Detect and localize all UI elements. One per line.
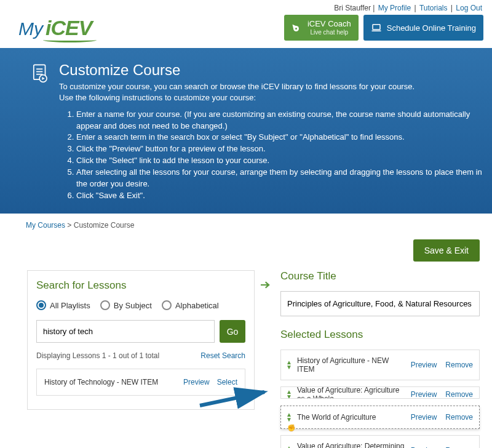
- lesson-preview-link[interactable]: Preview: [411, 413, 437, 422]
- search-heading: Search for Lessons: [36, 279, 245, 292]
- save-exit-button[interactable]: Save & Exit: [413, 239, 480, 262]
- logo-icev: iCEV: [46, 16, 92, 40]
- drag-handle-icon[interactable]: ▲▼: [286, 412, 292, 422]
- logout-link[interactable]: Log Out: [456, 4, 482, 12]
- lesson-preview-link[interactable]: Preview: [411, 390, 437, 399]
- drag-handle-icon[interactable]: ▲▼: [286, 360, 292, 370]
- radio-icon: [100, 300, 110, 310]
- hero-step: After selecting all the lessons for your…: [76, 167, 483, 190]
- selected-lesson-row[interactable]: ▲▼ Value of Agriculture: Agriculture as …: [280, 386, 480, 399]
- hero-step: Click the "Select" link to add the lesso…: [76, 155, 483, 167]
- hero-step: Click "Save & Exit".: [76, 190, 483, 202]
- lesson-name: History of Agriculture - NEW ITEM: [297, 356, 406, 374]
- training-label: Schedule Online Training: [387, 23, 476, 33]
- reset-search-link[interactable]: Reset Search: [200, 351, 245, 360]
- search-input[interactable]: [36, 320, 215, 343]
- breadcrumb: My Courses > Customize Course: [0, 214, 492, 236]
- course-panel: Course Title Selected Lessons ▲▼ History…: [277, 270, 480, 448]
- user-name: Bri Stauffer: [334, 4, 371, 12]
- lesson-name: Value of Agriculture: Agriculture as a W…: [297, 386, 406, 399]
- hero-steps: Enter a name for your course. (If you ar…: [76, 109, 483, 202]
- hero-step: Click the "Preview" button for a preview…: [76, 143, 483, 155]
- drag-handle-icon[interactable]: ▲▼: [286, 446, 292, 448]
- tutorials-link[interactable]: Tutorials: [419, 4, 448, 12]
- svg-point-1: [295, 28, 297, 30]
- radio-alphabetical[interactable]: Alphabetical: [162, 300, 219, 310]
- lesson-name: Value of Agriculture: Determining the Va…: [297, 442, 406, 448]
- header: My iCEV iCEV Coach Live chat help Schedu…: [0, 12, 492, 48]
- selected-lesson-row-dragging[interactable]: ▲▼ The World of Agriculture Preview Remo…: [280, 406, 480, 429]
- radio-all-playlists[interactable]: All Playlists: [36, 300, 90, 310]
- lesson-preview-link[interactable]: Preview: [411, 361, 437, 369]
- breadcrumb-root[interactable]: My Courses: [26, 221, 65, 230]
- search-panel: Search for Lessons All Playlists By Subj…: [27, 270, 255, 410]
- course-title-input[interactable]: [280, 291, 480, 316]
- result-preview-link[interactable]: Preview: [183, 378, 210, 386]
- coach-sub: Live chat help: [308, 30, 351, 36]
- lesson-name: The World of Agriculture: [297, 413, 406, 422]
- coach-title: iCEV Coach: [308, 19, 351, 28]
- radio-icon: [162, 300, 172, 310]
- arrow-right-icon: [258, 278, 273, 294]
- selected-lessons-heading: Selected Lessons: [280, 329, 480, 341]
- user-top-bar: Bri Stauffer | My Profile | Tutorials | …: [0, 0, 492, 12]
- selected-lesson-row[interactable]: ▲▼ History of Agriculture - NEW ITEM Pre…: [280, 350, 480, 380]
- lesson-remove-link[interactable]: Remove: [445, 361, 473, 369]
- selected-lesson-row[interactable]: ▲▼ Value of Agriculture: Determining the…: [280, 435, 480, 448]
- course-title-heading: Course Title: [280, 270, 480, 282]
- radio-by-subject[interactable]: By Subject: [100, 300, 152, 310]
- document-icon: [30, 63, 50, 84]
- my-profile-link[interactable]: My Profile: [378, 4, 411, 12]
- hero-intro-2: Use the following instructions to custom…: [59, 92, 483, 103]
- logo: My iCEV: [18, 16, 92, 40]
- result-name: History of Technology - NEW ITEM: [44, 378, 158, 386]
- drag-handle-icon[interactable]: ▲▼: [286, 390, 292, 399]
- result-count: Displaying Lessons 1 - 1 out of 1 total: [36, 351, 159, 360]
- search-result-row: History of Technology - NEW ITEM Preview…: [36, 369, 245, 396]
- grab-cursor-icon: ✊: [287, 424, 296, 432]
- breadcrumb-current: Customize Course: [74, 221, 135, 230]
- lesson-remove-link[interactable]: Remove: [445, 390, 473, 399]
- radio-icon: [36, 300, 46, 310]
- hero-title: Customize Course: [59, 62, 483, 79]
- whistle-icon: [292, 22, 303, 33]
- logo-my: My: [18, 18, 43, 39]
- hero-step: Enter a name for your course. (If you ar…: [76, 109, 483, 132]
- go-button[interactable]: Go: [220, 320, 245, 343]
- breadcrumb-sep: >: [67, 221, 71, 230]
- result-select-link[interactable]: Select: [217, 378, 237, 386]
- laptop-icon: [371, 22, 382, 33]
- hero-banner: Customize Course To customize your cours…: [0, 48, 492, 214]
- hero-step: Enter a search term in the search box or…: [76, 132, 483, 143]
- svg-rect-2: [373, 25, 380, 30]
- icev-coach-button[interactable]: iCEV Coach Live chat help: [284, 15, 359, 41]
- schedule-training-button[interactable]: Schedule Online Training: [363, 15, 483, 41]
- hero-intro-1: To customize your course, you can search…: [59, 81, 483, 92]
- lesson-remove-link[interactable]: Remove: [445, 413, 473, 422]
